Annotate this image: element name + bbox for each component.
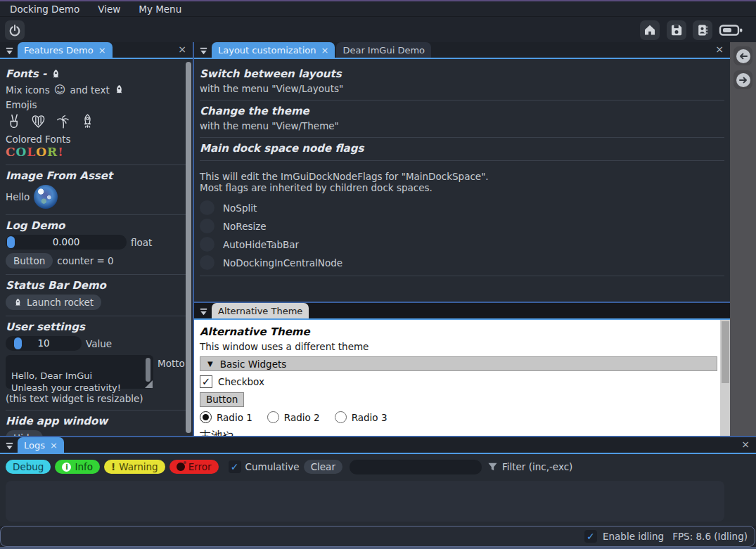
- dock-close-icon[interactable]: ×: [178, 44, 186, 54]
- textbox-scrollbar[interactable]: [146, 358, 150, 382]
- float-slider[interactable]: 0.000: [6, 235, 127, 250]
- radio-3[interactable]: [335, 411, 347, 423]
- tab-features-demo[interactable]: Features Demo ×: [18, 42, 113, 58]
- cumulative-checkbox[interactable]: ✓: [229, 460, 241, 473]
- tab-layout-customization[interactable]: Layout customization ×: [212, 42, 335, 58]
- home-button[interactable]: [640, 20, 660, 40]
- separator: [6, 316, 186, 316]
- right-side-strip: [730, 42, 756, 436]
- save-icon: [670, 24, 683, 37]
- info-icon: i: [62, 463, 71, 472]
- tab-close-icon[interactable]: ×: [98, 45, 106, 56]
- fonts-title: Fonts -: [6, 67, 186, 80]
- error-button[interactable]: Error: [169, 460, 219, 474]
- dock-close-icon[interactable]: ×: [741, 439, 750, 449]
- earth-image: [34, 185, 58, 209]
- features-tabbar: Features Demo × ×: [0, 42, 193, 59]
- debug-button[interactable]: Debug: [6, 460, 51, 474]
- battery-icon: [719, 23, 744, 37]
- user-settings-title: User settings: [6, 321, 186, 333]
- resize-grip-icon[interactable]: [145, 380, 153, 388]
- nodockingincentralnode-label: NoDockingInCentralNode: [223, 257, 342, 269]
- separator: [200, 160, 724, 161]
- window-menu-icon[interactable]: [5, 46, 14, 56]
- main-tabbar: Layout customization × Dear ImGui Demo ×: [194, 42, 730, 59]
- features-demo-panel: Features Demo × × Fonts - Mix icons ☺ an…: [0, 42, 193, 436]
- window-menu-icon[interactable]: [199, 46, 208, 56]
- rocket-icon: [51, 69, 61, 79]
- radio-2[interactable]: [267, 411, 279, 423]
- checkbox-nodockingincentralnode[interactable]: [200, 255, 214, 270]
- funnel-icon: [487, 462, 498, 472]
- menu-view[interactable]: View: [98, 4, 120, 15]
- motto-textbox[interactable]: Hello, Dear ImGui Unleash your creativit…: [6, 355, 153, 389]
- color-word: COLOR!: [6, 145, 186, 159]
- fps-indicator: FPS: 8.6 (Idling): [672, 531, 748, 542]
- enable-idling-checkbox[interactable]: ✓: [584, 530, 597, 543]
- enable-idling-label: Enable idling: [603, 531, 664, 542]
- counter-button[interactable]: Button: [6, 253, 53, 269]
- menu-my-menu[interactable]: My Menu: [139, 4, 181, 15]
- value-slider[interactable]: 10: [6, 336, 82, 351]
- tab-logs[interactable]: Logs ×: [18, 437, 64, 453]
- window-menu-icon[interactable]: [199, 307, 208, 316]
- dock-flags-title: Main dock space node flags: [200, 142, 724, 155]
- basic-widgets-header[interactable]: ▼ Basic Widgets: [200, 356, 717, 371]
- launch-rocket-button[interactable]: Launch rocket: [6, 295, 101, 310]
- color-letter: O: [16, 145, 27, 159]
- nav-forward-button[interactable]: [733, 70, 752, 89]
- tab-dear-imgui-demo[interactable]: Dear ImGui Demo: [336, 42, 431, 58]
- palm-tree-icon: [55, 113, 71, 129]
- dock-close-icon[interactable]: ×: [715, 44, 724, 54]
- tab-alternative-theme[interactable]: Alternative Theme: [212, 303, 309, 318]
- logs-toolbar: Debug i Info ! Warning Error ✓ Cumulativ…: [6, 458, 750, 475]
- logs-output-area[interactable]: [6, 481, 724, 522]
- nav-back-button[interactable]: [733, 46, 752, 65]
- rocket-outline-icon: [79, 113, 96, 129]
- separator: [200, 276, 724, 276]
- mix-icons-line: Mix icons ☺ and text: [6, 83, 186, 96]
- rocket-icon: [13, 298, 23, 307]
- checkbox-noresize[interactable]: [200, 219, 214, 233]
- toolbar: [0, 18, 756, 42]
- emoji-row: [6, 113, 186, 129]
- motto-label: Motto: [158, 358, 185, 369]
- layout-customization-panel: Layout customization × Dear ImGui Demo ×…: [194, 42, 730, 302]
- triangle-down-icon: ▼: [207, 360, 213, 368]
- radio-1[interactable]: [200, 411, 212, 423]
- striped-heart-icon: [30, 113, 46, 129]
- warning-button[interactable]: ! Warning: [104, 460, 165, 474]
- tab-close-icon[interactable]: ×: [321, 45, 329, 56]
- alt-checkbox[interactable]: ✓: [200, 375, 212, 388]
- left-panel-scrollbar[interactable]: [186, 62, 191, 433]
- checkbox-autohidetabbar[interactable]: [200, 237, 214, 252]
- menu-bar: Docking Demo View My Menu: [0, 1, 756, 17]
- alternative-theme-content: Alternative Theme This window uses a dif…: [194, 320, 720, 436]
- logs-panel: Logs × × Debug i Info ! Warning Error ✓ …: [0, 437, 756, 526]
- separator: [6, 274, 186, 275]
- alt-checkbox-label: Checkbox: [218, 376, 264, 387]
- change-theme-title: Change the theme: [200, 105, 724, 117]
- switch-layouts-hint: with the menu "View/Layouts": [200, 83, 724, 94]
- hide-button[interactable]: Hide: [6, 430, 43, 436]
- tab-close-icon[interactable]: ×: [50, 440, 58, 451]
- float-slider-label: float: [131, 237, 152, 248]
- window-menu-icon[interactable]: [5, 441, 14, 451]
- power-button[interactable]: [5, 20, 25, 40]
- color-letter: R: [47, 145, 58, 159]
- save-button[interactable]: [667, 20, 686, 40]
- power-icon: [8, 23, 22, 37]
- menu-docking-demo[interactable]: Docking Demo: [10, 4, 79, 15]
- alt-scrollbar[interactable]: [720, 320, 730, 436]
- checkbox-nosplit[interactable]: [200, 200, 214, 215]
- alt-button[interactable]: Button: [200, 392, 244, 407]
- filter-label: Filter (inc,-exc): [502, 461, 572, 472]
- alt-scrollbar-thumb[interactable]: [722, 321, 729, 383]
- info-button[interactable]: i Info: [55, 460, 100, 474]
- filter-input[interactable]: [350, 460, 482, 474]
- contacts-button[interactable]: [693, 20, 712, 40]
- layout-customization-content: Switch between layouts with the menu "Vi…: [194, 59, 730, 302]
- switch-layouts-title: Switch between layouts: [200, 67, 724, 80]
- clear-button[interactable]: Clear: [304, 460, 342, 474]
- cumulative-label: Cumulative: [245, 461, 300, 472]
